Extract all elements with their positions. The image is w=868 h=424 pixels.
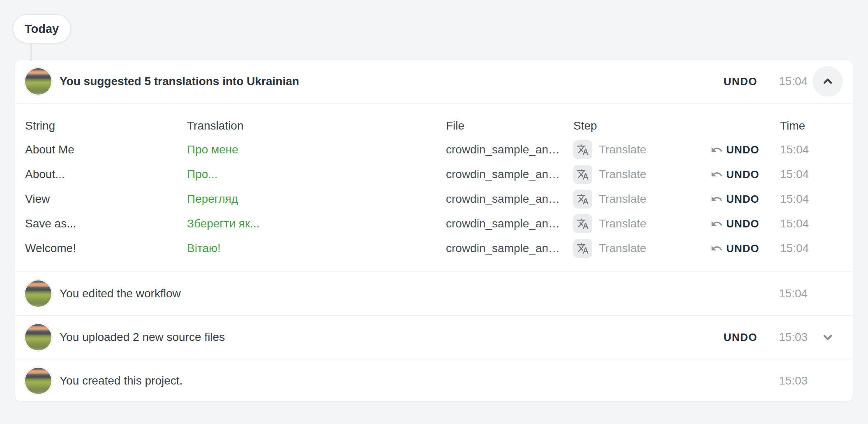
undo-arrow-icon [711, 168, 723, 181]
step-label: Translate [599, 143, 646, 156]
table-row: Save as... Зберегти як... crowdin_sample… [25, 211, 843, 236]
undo-arrow-icon [711, 218, 723, 230]
timestamp: 15:04 [779, 287, 808, 300]
expand-button[interactable] [813, 322, 843, 352]
undo-row-label: UNDO [726, 218, 760, 230]
table-header-row: String Translation File Step Time [25, 114, 843, 137]
row-actions: UNDO 15:03 [723, 366, 843, 396]
undo-arrow-icon [711, 144, 723, 156]
file-cell: crowdin_sample_an… [446, 217, 573, 230]
timestamp: 15:03 [779, 331, 808, 344]
avatar [25, 68, 51, 95]
activity-title: You suggested 5 translations into Ukrain… [60, 75, 299, 88]
activity-row-uploaded: You uploaded 2 new source files UNDO 15:… [15, 316, 853, 359]
translate-icon [573, 190, 592, 209]
undo-row-label: UNDO [726, 168, 760, 181]
step-label: Translate [599, 192, 646, 206]
table-row: About... Про... crowdin_sample_an… Trans… [25, 162, 843, 187]
avatar [25, 368, 51, 394]
activity-title: You created this project. [60, 374, 182, 387]
undo-row-button[interactable]: UNDO [711, 144, 760, 156]
column-header-time: Time [780, 119, 843, 132]
step-cell: Translate [573, 165, 711, 184]
time-cell: 15:04 [780, 143, 843, 156]
timestamp: 15:03 [779, 374, 808, 387]
file-cell: crowdin_sample_an… [446, 168, 573, 181]
string-cell: Welcome! [25, 242, 187, 255]
row-actions: UNDO 15:04 [723, 278, 843, 309]
time-cell: 15:04 [780, 168, 843, 181]
translate-icon [573, 214, 592, 233]
timestamp: 15:04 [779, 75, 808, 88]
translation-cell: Зберегти як... [187, 217, 446, 230]
time-cell: 15:04 [780, 192, 843, 206]
time-cell: 15:04 [780, 217, 843, 230]
column-header-step: Step [573, 119, 711, 132]
translate-icon [573, 239, 592, 258]
translate-icon [573, 165, 592, 184]
translation-cell: Вітаю! [187, 242, 446, 255]
translate-icon [573, 140, 592, 159]
translation-cell: Про мене [187, 143, 446, 156]
avatar [25, 280, 51, 307]
activity-row-suggested: You suggested 5 translations into Ukrain… [15, 60, 853, 103]
column-header-file: File [446, 119, 573, 132]
avatar [25, 324, 51, 350]
step-cell: Translate [573, 214, 711, 233]
undo-row-button[interactable]: UNDO [711, 242, 760, 255]
chevron-down-icon [821, 331, 834, 344]
translation-cell: Перегляд [187, 192, 446, 206]
time-cell: 15:04 [780, 242, 843, 255]
file-cell: crowdin_sample_an… [446, 242, 573, 255]
undo-row-button[interactable]: UNDO [711, 168, 760, 181]
table-row: Welcome! Вітаю! crowdin_sample_an… Trans… [25, 236, 843, 261]
column-header-string: String [25, 119, 187, 132]
chevron-up-icon [821, 75, 834, 88]
step-cell: Translate [573, 140, 711, 159]
collapse-button[interactable] [813, 66, 843, 97]
activity-card: You suggested 5 translations into Ukrain… [15, 60, 853, 402]
undo-row-label: UNDO [726, 193, 760, 206]
undo-arrow-icon [711, 193, 723, 205]
column-header-translation: Translation [187, 119, 446, 132]
activity-title: You uploaded 2 new source files [60, 331, 225, 344]
string-cell: Save as... [25, 217, 187, 230]
step-cell: Translate [573, 239, 711, 258]
activity-row-edited: You edited the workflow UNDO 15:04 [15, 272, 853, 315]
activity-row-created: You created this project. UNDO 15:03 [15, 359, 853, 402]
undo-row-button[interactable]: UNDO [711, 193, 760, 206]
translation-cell: Про... [187, 168, 446, 181]
translations-table: String Translation File Step Time About … [15, 104, 853, 271]
row-actions: UNDO 15:03 [723, 322, 843, 352]
undo-row-button[interactable]: UNDO [711, 218, 760, 230]
timeline-connector [30, 43, 32, 61]
step-label: Translate [599, 242, 646, 255]
file-cell: crowdin_sample_an… [446, 192, 573, 206]
table-row: View Перегляд crowdin_sample_an… Transla… [25, 187, 843, 211]
undo-row-label: UNDO [726, 144, 760, 156]
string-cell: View [25, 192, 187, 206]
date-badge: Today [12, 14, 71, 44]
step-label: Translate [599, 217, 646, 230]
undo-button[interactable]: UNDO [723, 331, 757, 344]
activity-title: You edited the workflow [60, 287, 181, 300]
string-cell: About Me [25, 143, 187, 156]
string-cell: About... [25, 168, 187, 181]
step-label: Translate [599, 168, 646, 181]
row-actions: UNDO 15:04 [723, 66, 843, 97]
undo-arrow-icon [711, 242, 723, 255]
step-cell: Translate [573, 190, 711, 209]
undo-button[interactable]: UNDO [723, 75, 757, 88]
file-cell: crowdin_sample_an… [446, 143, 573, 156]
undo-row-label: UNDO [726, 242, 760, 255]
table-row: About Me Про мене crowdin_sample_an… Tra… [25, 137, 843, 162]
